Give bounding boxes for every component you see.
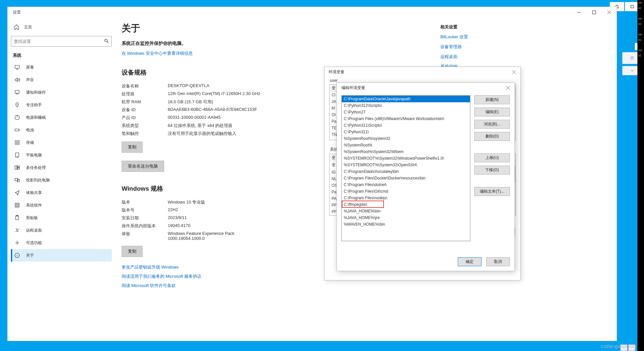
edit-dialog-close-button[interactable] bbox=[504, 84, 512, 92]
path-row[interactable]: %JAVA_HOME%\jre bbox=[342, 214, 470, 221]
path-row[interactable]: C:\Python312\Scripts\ bbox=[342, 102, 470, 109]
sidebar-item-12[interactable]: 剪贴板 bbox=[11, 211, 112, 224]
rename-button[interactable]: 重命名这台电脑 bbox=[122, 161, 164, 172]
svg-point-3 bbox=[105, 39, 107, 42]
path-row[interactable]: C:\Python311\ bbox=[342, 129, 470, 135]
security-link[interactable]: 在 Windows 安全中心中查看详细信息 bbox=[122, 50, 193, 56]
path-row[interactable]: %SYSTEMROOT%\System32\WindowsPowerShell\… bbox=[342, 155, 470, 162]
path-row[interactable]: C:\Python311\Scripts\ bbox=[342, 122, 470, 129]
titlebar: 设置 bbox=[8, 7, 617, 17]
edit-ok-button[interactable]: 确定 bbox=[458, 257, 482, 266]
search-box[interactable] bbox=[11, 36, 112, 47]
sidebar-item-0[interactable]: 屏幕 bbox=[11, 61, 112, 74]
sidebar-item-label: 专注助手 bbox=[26, 102, 42, 108]
sidebar-item-label: 体验共享 bbox=[26, 190, 42, 196]
spec-value: 6DAAE6B3-60BC-468A-A5A8-67E94C8C153F bbox=[168, 107, 257, 113]
svg-rect-14 bbox=[17, 166, 19, 168]
spec-label: 设备 ID bbox=[122, 107, 168, 113]
project-icon bbox=[14, 177, 20, 183]
sidebar-item-11[interactable]: 系统组件 bbox=[11, 199, 112, 211]
spec-label: 产品 ID bbox=[122, 115, 168, 121]
maximize-button[interactable] bbox=[586, 7, 601, 17]
sidebar-item-14[interactable]: 可选功能 bbox=[11, 237, 112, 249]
path-row[interactable]: C:\Program Files\Git\cmd bbox=[342, 188, 470, 195]
close-button[interactable] bbox=[601, 7, 617, 17]
spec-label: 处理器 bbox=[122, 91, 168, 97]
sidebar-item-label: 投影到此电脑 bbox=[26, 177, 50, 183]
delete-button[interactable]: 删除(D) bbox=[474, 132, 510, 141]
env-dialog-close-button[interactable] bbox=[510, 68, 518, 76]
sidebar-item-2[interactable]: 通知和操作 bbox=[11, 86, 112, 99]
remote-icon bbox=[14, 227, 20, 233]
sidebar-item-10[interactable]: 体验共享 bbox=[11, 186, 112, 199]
search-input[interactable] bbox=[11, 36, 112, 47]
edit-env-variable-dialog: 编辑环境变量 C:\ProgramData\Oracle\Java\javapa… bbox=[337, 82, 515, 271]
sidebar-item-13[interactable]: 远程桌面 bbox=[11, 224, 112, 237]
home-nav[interactable]: 主页 bbox=[11, 21, 112, 33]
related-link[interactable]: 远程桌面 bbox=[440, 54, 513, 60]
settings-window: 设置 主页 系统 屏幕声音通知和操作专注助手电源和睡眠电池存储平板电脑多任务处理… bbox=[7, 7, 617, 341]
svg-rect-17 bbox=[17, 179, 19, 182]
minimize-button[interactable] bbox=[571, 7, 586, 17]
sidebar-item-5[interactable]: 电池 bbox=[11, 124, 112, 136]
sidebar-item-label: 声音 bbox=[26, 77, 34, 83]
sidebar-item-label: 剪贴板 bbox=[26, 215, 38, 221]
path-row[interactable]: %SYSTEMROOT%\System32\OpenSSH\ bbox=[342, 162, 470, 168]
path-row[interactable]: %SystemRoot%\System32\Wbem bbox=[342, 148, 470, 155]
spec-label: 笔和触控 bbox=[122, 131, 168, 137]
path-list[interactable]: C:\ProgramData\Oracle\Java\javapathC:\Py… bbox=[341, 95, 470, 241]
sidebar-item-1[interactable]: 声音 bbox=[11, 74, 112, 86]
related-link[interactable]: BitLocker 设置 bbox=[440, 34, 513, 40]
path-row[interactable]: C:\Program Files\Docker\Docker\resources… bbox=[342, 175, 470, 181]
path-row[interactable]: C:\ffmpeg\bin bbox=[342, 201, 470, 208]
home-icon bbox=[14, 24, 19, 30]
edit-button[interactable]: 编辑(E) bbox=[474, 108, 510, 116]
sidebar-item-label: 屏幕 bbox=[26, 65, 34, 70]
path-row[interactable]: C:\Program Files\dotnet\ bbox=[342, 181, 470, 188]
path-row[interactable]: C:\Program Files\nodejs\ bbox=[342, 195, 470, 201]
copy-button[interactable]: 复制 bbox=[122, 142, 143, 153]
path-row[interactable]: C:\Program Files (x86)\VMware\VMware Wor… bbox=[342, 115, 470, 122]
copy-button-2[interactable]: 复制 bbox=[122, 246, 143, 257]
sidebar-item-8[interactable]: 多任务处理 bbox=[11, 161, 112, 174]
clipboard-icon bbox=[14, 215, 20, 221]
window-title: 设置 bbox=[13, 10, 21, 15]
components-icon bbox=[14, 202, 20, 208]
env-dialog-title: 环境变量 bbox=[329, 69, 344, 75]
path-row[interactable]: %MAVEN_HOME%\bin bbox=[342, 221, 470, 228]
share-icon bbox=[14, 190, 20, 196]
focus-icon bbox=[14, 102, 20, 108]
spec-value: 没有可用于此显示器的笔或触控输入 bbox=[168, 131, 236, 137]
sidebar-item-3[interactable]: 专注助手 bbox=[11, 99, 112, 111]
display-icon bbox=[14, 64, 20, 70]
browse-button[interactable]: 浏览(B)... bbox=[474, 120, 510, 129]
sidebar-item-6[interactable]: 存储 bbox=[11, 136, 112, 149]
spec-label: 版本 bbox=[122, 199, 168, 205]
move-down-button[interactable]: 下移(O) bbox=[474, 166, 510, 175]
path-row[interactable]: %SystemRoot%\system32 bbox=[342, 135, 470, 142]
sidebar-section: 系统 bbox=[11, 51, 112, 61]
optional-icon bbox=[14, 240, 20, 246]
home-label: 主页 bbox=[24, 24, 32, 30]
page-link[interactable]: 阅读 Microsoft 软件许可条款 bbox=[122, 283, 427, 289]
edit-cancel-button[interactable]: 取消 bbox=[486, 257, 510, 266]
path-row[interactable]: C:\ProgramData\Oracle\Java\javapath bbox=[342, 96, 470, 102]
sidebar-item-7[interactable]: 平板电脑 bbox=[11, 149, 112, 161]
sidebar-item-9[interactable]: 投影到此电脑 bbox=[11, 174, 112, 186]
path-row[interactable]: C:\Python27 bbox=[342, 109, 470, 115]
path-row[interactable]: %SystemRoot% bbox=[342, 142, 470, 148]
path-row[interactable]: %JAVA_HOME%\bin bbox=[342, 208, 470, 214]
new-button[interactable]: 新建(N) bbox=[474, 95, 510, 104]
sidebar-item-label: 存储 bbox=[26, 140, 34, 145]
related-link[interactable]: 设备管理器 bbox=[440, 44, 513, 50]
sidebar-item-4[interactable]: 电源和睡眠 bbox=[11, 111, 112, 124]
sidebar-item-15[interactable]: 关于 bbox=[11, 249, 112, 262]
battery-icon bbox=[14, 127, 20, 133]
path-row[interactable]: C:\ProgramData\chocolatey\bin bbox=[342, 168, 470, 175]
power-icon bbox=[14, 114, 20, 120]
edit-text-button[interactable]: 编辑文本(T)... bbox=[474, 187, 510, 196]
spec-value: DESKTOP-QEEVTLA bbox=[168, 83, 209, 89]
move-up-button[interactable]: 上移(U) bbox=[474, 153, 510, 162]
spec-value: 16.0 GB (15.7 GB 可用) bbox=[168, 99, 213, 105]
sidebar-item-label: 多任务处理 bbox=[26, 165, 46, 171]
